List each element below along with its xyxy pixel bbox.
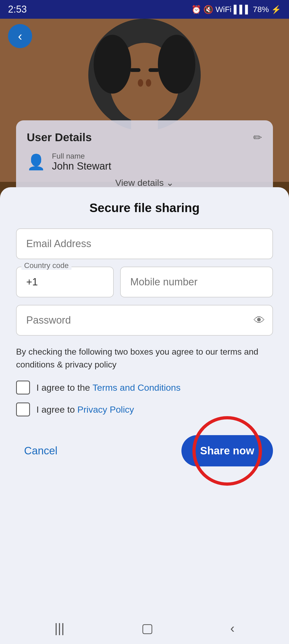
svg-point-7 xyxy=(158,35,195,94)
user-details-title: User Details xyxy=(27,131,92,144)
password-input[interactable] xyxy=(16,305,273,336)
country-code-label: Country code xyxy=(21,261,71,270)
status-time: 2:53 xyxy=(8,4,27,15)
action-row: Cancel Share now xyxy=(16,435,273,474)
user-details-header: User Details ✏ xyxy=(27,131,262,144)
password-wrapper: 👁 xyxy=(16,305,273,336)
privacy-checkbox-row[interactable]: I agree to Privacy Policy xyxy=(16,402,273,416)
user-info-row: 👤 Full name John Stewart xyxy=(27,152,262,172)
terms-checkbox-label: I agree to the Terms and Conditions xyxy=(36,382,181,393)
battery-text: 78% xyxy=(253,5,269,14)
wifi-icon: WiFi xyxy=(215,5,231,14)
share-now-button[interactable]: Share now xyxy=(181,435,273,466)
full-name-value: John Stewart xyxy=(52,160,111,172)
back-button[interactable]: ‹ xyxy=(8,24,32,48)
user-person-icon: 👤 xyxy=(27,153,45,171)
battery-charging-icon: ⚡ xyxy=(271,5,281,14)
password-visibility-toggle[interactable]: 👁 xyxy=(254,314,265,327)
view-details-button[interactable]: View details ⌄ xyxy=(115,178,174,188)
terms-checkbox-row[interactable]: I agree to the Terms and Conditions xyxy=(16,381,273,394)
edit-icon[interactable]: ✏ xyxy=(253,131,262,144)
back-nav-icon[interactable]: ‹ xyxy=(230,621,234,635)
signal-icon: ▌▌▌ xyxy=(234,5,251,14)
full-name-label: Full name xyxy=(52,152,111,160)
svg-rect-2 xyxy=(130,68,140,72)
svg-point-6 xyxy=(94,35,131,94)
mute-icon: 🔇 xyxy=(203,5,213,14)
terms-conditions-link[interactable]: Terms and Conditions xyxy=(93,382,181,393)
country-code-wrapper: Country code xyxy=(16,267,114,297)
user-info-text: Full name John Stewart xyxy=(52,152,111,172)
back-arrow-icon: ‹ xyxy=(18,30,22,43)
privacy-checkbox[interactable] xyxy=(16,402,30,416)
svg-point-4 xyxy=(138,79,143,87)
svg-point-5 xyxy=(146,79,151,87)
terms-checkbox[interactable] xyxy=(16,381,30,394)
modal-title: Secure file sharing xyxy=(16,201,273,215)
share-now-wrapper: Share now xyxy=(181,435,273,466)
bottom-nav: ||| ▢ ‹ xyxy=(0,612,289,644)
country-code-input[interactable] xyxy=(16,267,114,297)
view-details-row[interactable]: View details ⌄ xyxy=(27,177,262,188)
email-input[interactable] xyxy=(16,228,273,259)
privacy-checkbox-label: I agree to Privacy Policy xyxy=(36,404,134,415)
mobile-number-input[interactable] xyxy=(120,267,273,297)
avatar-svg xyxy=(88,19,201,131)
phone-row: Country code xyxy=(16,267,273,297)
alarm-icon: ⏰ xyxy=(191,5,201,14)
privacy-policy-link[interactable]: Privacy Policy xyxy=(77,404,134,415)
status-icons: ⏰ 🔇 WiFi ▌▌▌ 78% ⚡ xyxy=(191,5,281,14)
status-bar: 2:53 ⏰ 🔇 WiFi ▌▌▌ 78% ⚡ xyxy=(0,0,289,19)
svg-rect-3 xyxy=(149,68,159,72)
menu-nav-icon[interactable]: ||| xyxy=(55,621,64,635)
cancel-button[interactable]: Cancel xyxy=(16,439,66,462)
home-nav-icon[interactable]: ▢ xyxy=(141,620,153,635)
modal-sheet: Secure file sharing Country code 👁 By ch… xyxy=(0,187,289,644)
terms-description: By checking the following two boxes you … xyxy=(16,345,273,371)
